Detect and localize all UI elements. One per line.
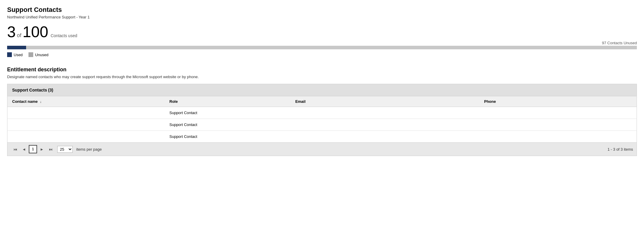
table-section-header: Support Contacts (3) (7, 84, 637, 96)
pagination-next-button[interactable]: ► (38, 145, 46, 153)
cell-phone-0 (479, 107, 637, 119)
pagination-summary: 1 - 3 of 3 items (608, 147, 633, 152)
progress-bar-fill (7, 46, 26, 49)
table-row: Support Contact (7, 107, 637, 119)
entitlement-title: Entitlement description (7, 67, 637, 73)
sort-icon-contact: ↓ (40, 100, 42, 103)
table-row: Support Contact (7, 119, 637, 131)
cell-phone-1 (479, 119, 637, 131)
entitlement-description: Designate named contacts who may create … (7, 75, 637, 79)
cell-phone-2 (479, 131, 637, 143)
contacts-used-label: Contacts used (51, 33, 77, 38)
contact-name-col-label: Contact name (12, 99, 38, 104)
pagination-prev-button[interactable]: ◄ (20, 145, 28, 153)
cell-role-0: Support Contact (165, 107, 290, 119)
cell-role-2: Support Contact (165, 131, 290, 143)
items-per-page-label: items per page (76, 147, 102, 152)
legend-unused-box (28, 52, 33, 57)
items-per-page-select[interactable]: 25 50 100 (57, 146, 73, 153)
cell-contact-name-1 (7, 119, 165, 131)
legend-row: Used Unused (7, 52, 637, 57)
cell-contact-name-0 (7, 107, 165, 119)
pagination-last-button[interactable]: ⏭ (47, 145, 55, 153)
page-subtitle: Northwind Unified Performance Support - … (7, 15, 637, 19)
legend-used-box (7, 52, 12, 57)
table-header-row: Contact name ↓ Role Email Phone (7, 96, 637, 107)
legend-used-label: Used (14, 53, 23, 57)
cell-email-1 (290, 119, 479, 131)
col-header-contact-name[interactable]: Contact name ↓ (7, 96, 165, 107)
pagination-controls: ⏮ ◄ 1 ► ⏭ (11, 145, 55, 153)
pagination-first-button[interactable]: ⏮ (11, 145, 19, 153)
legend-unused: Unused (28, 52, 48, 57)
contacts-used-number: 3 (7, 24, 16, 40)
progress-bar-container (7, 46, 637, 49)
legend-used: Used (7, 52, 23, 57)
cell-contact-name-2 (7, 131, 165, 143)
cell-email-2 (290, 131, 479, 143)
pagination-bar: ⏮ ◄ 1 ► ⏭ 25 50 100 items per page 1 - 3… (7, 143, 637, 156)
pagination-page-1-button[interactable]: 1 (29, 145, 37, 153)
legend-unused-label: Unused (35, 53, 48, 57)
page-title: Support Contacts (7, 6, 637, 14)
cell-email-0 (290, 107, 479, 119)
contacts-of-label: of (17, 32, 21, 39)
table-row: Support Contact (7, 131, 637, 143)
contacts-table: Contact name ↓ Role Email Phone Support … (7, 96, 637, 143)
col-header-role: Role (165, 96, 290, 107)
contacts-total-number: 100 (23, 24, 48, 40)
col-header-email: Email (290, 96, 479, 107)
cell-role-1: Support Contact (165, 119, 290, 131)
contacts-count-row: 3 of 100 Contacts used (7, 24, 637, 40)
col-header-phone: Phone (479, 96, 637, 107)
unused-count-label: 97 Contacts Unused (7, 41, 637, 45)
